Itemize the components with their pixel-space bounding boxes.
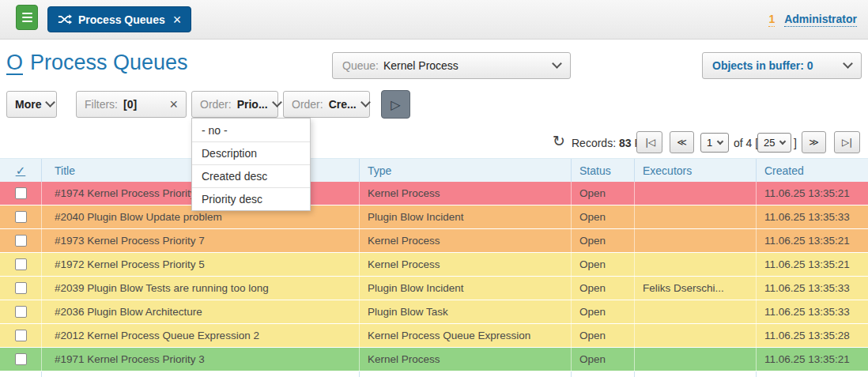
row-title[interactable]: #1973 Kernel Process Priority 7: [42, 229, 360, 252]
table-row[interactable]: #1972 Kernel Process Priority 5 Kernel P…: [0, 253, 868, 277]
row-type: Kernel Process: [360, 253, 572, 276]
row-checkbox-cell: [0, 324, 42, 347]
row-title[interactable]: #1971 Kernel Process Priority 3: [42, 348, 360, 371]
row-status: Open: [572, 277, 635, 300]
tab-close-icon[interactable]: ×: [173, 13, 182, 27]
row-executors: [635, 348, 757, 371]
bracket-close: ]: [794, 137, 797, 149]
row-created: 11.06.25 13:35:28: [757, 324, 868, 347]
chevron-down-icon: [779, 138, 786, 145]
row-status: Open: [572, 300, 635, 323]
first-page-icon: ∣◁: [644, 137, 655, 148]
row-created: 11.06.25 13:35:21: [757, 229, 868, 252]
records-count: 83: [619, 137, 632, 149]
page-count-label: of 4 [: [734, 137, 758, 149]
order-secondary-value: Cre...: [329, 98, 357, 111]
queue-label: Queue:: [342, 59, 379, 72]
row-title[interactable]: #2039 Plugin Blow Tests are running too …: [42, 277, 360, 300]
run-button[interactable]: ▷: [381, 90, 410, 119]
header-status[interactable]: Status: [572, 159, 635, 182]
row-checkbox-cell: [0, 229, 42, 252]
row-title[interactable]: #2012 Kernel Process Queue Expression 2: [42, 324, 360, 347]
row-type: Kernel Process: [360, 229, 572, 252]
user-menu[interactable]: Administrator: [784, 13, 857, 27]
row-checkbox-cell: [0, 205, 42, 228]
table-row[interactable]: #2036 Plugin Blow Architecture Plugin Bl…: [0, 300, 868, 324]
header-executors[interactable]: Executors: [635, 159, 757, 182]
next-page-icon: ≫: [809, 137, 819, 148]
play-icon: ▷: [391, 97, 400, 112]
table-row[interactable]: #1974 Kernel Process Priority 9 Kernel P…: [0, 182, 868, 205]
row-status: Open: [572, 253, 635, 276]
object-type-icon[interactable]: O: [6, 51, 23, 75]
page-title-text: Process Queues: [30, 51, 188, 75]
row-checkbox[interactable]: [15, 330, 27, 341]
order-option-created-desc[interactable]: Created desc: [192, 164, 310, 187]
row-created: 11.06.25 13:35:33: [757, 205, 868, 228]
queue-value: Kernel Process: [383, 59, 459, 72]
process-queues-app: Process Queues × 1 Administrator O Proce…: [0, 0, 868, 377]
row-created: 11.06.25 13:35:21: [757, 182, 868, 205]
table-row[interactable]: #2040 Plugin Blow Update problem Plugin …: [0, 205, 868, 229]
table-row-partial: [0, 371, 868, 377]
filters-label: Filters:: [85, 98, 118, 111]
filters-count: [0]: [123, 98, 137, 111]
row-status: Open: [572, 182, 635, 205]
row-checkbox[interactable]: [15, 235, 27, 247]
header-type[interactable]: Type: [360, 159, 572, 182]
last-page-icon: ▷∣: [842, 137, 852, 148]
row-executors: [635, 229, 757, 252]
tab-process-queues[interactable]: Process Queues ×: [47, 6, 191, 32]
select-all-icon[interactable]: ✓: [16, 164, 26, 178]
table-row[interactable]: #1973 Kernel Process Priority 7 Kernel P…: [0, 229, 868, 253]
objects-in-buffer-select[interactable]: Objects in buffer: 0: [702, 52, 862, 79]
hamburger-menu-button[interactable]: [16, 5, 38, 30]
order-primary-value: Prio...: [237, 98, 268, 111]
page-number-select[interactable]: 1: [700, 133, 729, 153]
row-checkbox[interactable]: [15, 282, 27, 294]
row-checkbox[interactable]: [15, 306, 27, 318]
filters-button[interactable]: Filters: [0] ×: [76, 91, 187, 118]
clear-filters-icon[interactable]: ×: [169, 97, 178, 111]
table-header-row: ✓ Title Type Status Executors Created: [0, 158, 868, 182]
tab-label: Process Queues: [78, 13, 165, 26]
order-option-no[interactable]: - no -: [192, 119, 310, 141]
notification-count[interactable]: 1: [768, 13, 775, 27]
row-status: Open: [572, 205, 635, 228]
order-label: Order:: [292, 98, 323, 111]
table-row[interactable]: #2012 Kernel Process Queue Expression 2 …: [0, 324, 868, 348]
table-row[interactable]: #2039 Plugin Blow Tests are running too …: [0, 277, 868, 300]
order-secondary-select[interactable]: Order: Cre...: [283, 91, 370, 118]
top-bar: Process Queues × 1 Administrator: [0, 0, 868, 40]
next-page-button[interactable]: ≫: [802, 131, 826, 153]
prev-page-button[interactable]: ≪: [670, 131, 694, 153]
queue-select[interactable]: Queue: Kernel Process: [332, 52, 571, 79]
row-title[interactable]: #2036 Plugin Blow Architecture: [42, 300, 360, 323]
order-primary-select[interactable]: Order: Prio...: [191, 91, 278, 118]
chevron-down-icon: [272, 97, 282, 107]
last-page-button[interactable]: ▷∣: [834, 131, 860, 153]
refresh-icon[interactable]: ↻: [553, 132, 565, 150]
row-title[interactable]: #1972 Kernel Process Priority 5: [42, 253, 360, 276]
order-option-priority-desc[interactable]: Priority desc: [192, 187, 310, 210]
order-label: Order:: [200, 98, 232, 111]
row-checkbox[interactable]: [15, 353, 27, 365]
row-executors: [635, 205, 757, 228]
row-checkbox[interactable]: [15, 187, 27, 199]
row-checkbox[interactable]: [15, 258, 27, 270]
row-status: Open: [572, 324, 635, 347]
row-executors: [635, 182, 757, 205]
header-select-all[interactable]: ✓: [0, 159, 42, 182]
header-created[interactable]: Created: [757, 159, 868, 182]
row-type: Kernel Process: [360, 348, 572, 371]
row-executors: [635, 324, 757, 347]
more-button[interactable]: More: [6, 91, 57, 118]
row-checkbox-cell: [0, 182, 42, 205]
row-created: 11.06.25 13:35:33: [757, 277, 868, 300]
order-option-description[interactable]: Description: [192, 141, 310, 164]
row-executors: [635, 300, 757, 323]
page-size-select[interactable]: 25: [757, 133, 791, 153]
table-row[interactable]: #1971 Kernel Process Priority 3 Kernel P…: [0, 348, 868, 371]
first-page-button[interactable]: ∣◁: [636, 131, 662, 153]
row-checkbox[interactable]: [15, 211, 27, 223]
